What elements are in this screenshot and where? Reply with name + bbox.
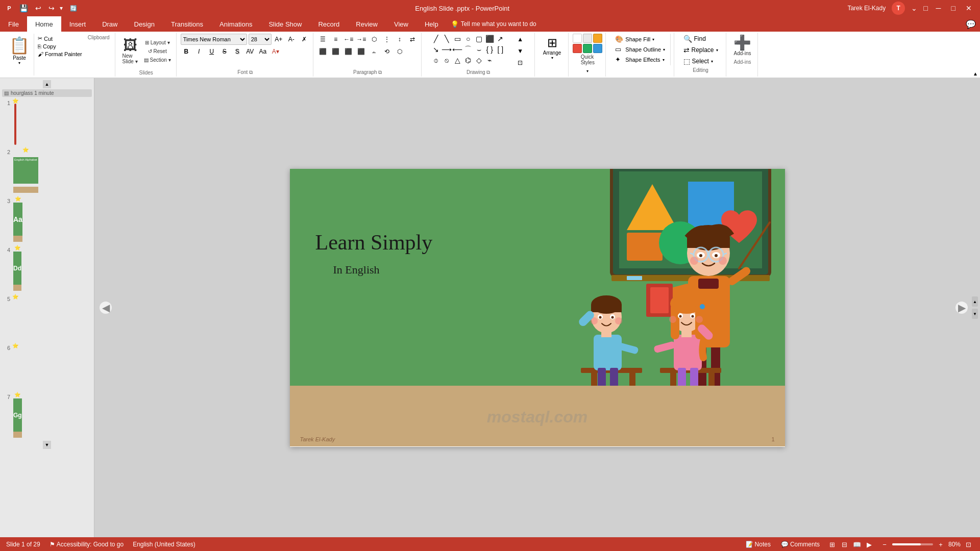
zoom-slider[interactable]: [892, 543, 933, 545]
slide-thumbnail-6[interactable]: [14, 348, 16, 390]
undo-button[interactable]: ↩: [33, 3, 43, 13]
minimize-button[interactable]: ─: [932, 3, 945, 13]
tab-help[interactable]: Help: [416, 16, 447, 32]
font-dialog-launcher[interactable]: ⧉: [249, 69, 253, 75]
paste-dropdown[interactable]: ▾: [18, 61, 20, 65]
font-size-select[interactable]: 28: [249, 34, 272, 45]
tab-design[interactable]: Design: [126, 16, 163, 32]
slide-subtitle[interactable]: In English: [333, 263, 380, 277]
decrease-indent[interactable]: ←≡: [343, 34, 354, 45]
reading-view-button[interactable]: 📖: [851, 539, 863, 550]
shadow-button[interactable]: S: [232, 46, 243, 57]
slide-panel-scroll-down[interactable]: ▼: [2, 441, 92, 449]
slideshow-button[interactable]: ▶: [864, 539, 875, 550]
shape-fill-button[interactable]: 🎨 Shape Fill ▾: [613, 35, 667, 44]
slide-canvas[interactable]: Learn Simply In English: [290, 169, 785, 447]
copy-button[interactable]: ⎘ Copy: [36, 43, 84, 50]
bold-button[interactable]: B: [181, 46, 192, 57]
add-column[interactable]: ⋮: [381, 34, 393, 45]
layout-button[interactable]: ⊞ Layout ▾: [142, 39, 173, 46]
qs-swatch-2[interactable]: [583, 34, 592, 43]
side-scroll-down[interactable]: ▼: [972, 309, 978, 319]
select-dropdown[interactable]: ▾: [711, 59, 713, 64]
tab-slideshow[interactable]: Slide Show: [260, 16, 310, 32]
replace-dropdown[interactable]: ▾: [716, 48, 718, 53]
new-slide-button[interactable]: 🖼 NewSlide ▾: [119, 36, 141, 66]
paragraph-dialog-launcher[interactable]: ⧉: [378, 69, 382, 75]
shape-effects-button[interactable]: ✦ Shape Effects ▾: [613, 55, 667, 64]
tab-insert[interactable]: Insert: [61, 16, 94, 32]
shape-outline-button[interactable]: ▭ Shape Outline ▾: [613, 45, 667, 54]
scroll-up-btn[interactable]: ▲: [43, 80, 51, 88]
collapse-ribbon-button[interactable]: ▲: [973, 71, 978, 77]
align-left[interactable]: ⬛: [317, 46, 329, 57]
tab-view[interactable]: View: [386, 16, 416, 32]
save-button[interactable]: 💾: [17, 3, 30, 13]
shape9[interactable]: ⌽: [431, 55, 441, 65]
rect-shape[interactable]: ▭: [452, 34, 462, 44]
normal-view-button[interactable]: ⊞: [827, 539, 838, 550]
shape14[interactable]: ⌁: [484, 55, 495, 65]
comments-button-status[interactable]: 💬 Comments: [778, 540, 823, 549]
drawing-dialog-launcher[interactable]: ⧉: [486, 69, 490, 75]
slide-title[interactable]: Learn Simply: [315, 230, 433, 255]
cut-button[interactable]: ✂ Cut: [36, 35, 84, 42]
qs-swatch-4[interactable]: [573, 44, 582, 53]
tab-file[interactable]: File: [0, 16, 27, 32]
slide-thumb-6[interactable]: 6 ⭐: [2, 343, 92, 390]
shape11[interactable]: △: [452, 55, 462, 65]
rounded-rect-shape[interactable]: ▢: [474, 34, 484, 44]
numbering-button[interactable]: ≡: [330, 34, 341, 45]
align-right[interactable]: ⬛: [343, 46, 354, 57]
line-shape[interactable]: ╱: [431, 34, 441, 44]
italic-button[interactable]: I: [193, 46, 205, 57]
slide-thumb-1[interactable]: 1 ⭐ Learn Simply In English: [2, 98, 92, 145]
arrange-dropdown[interactable]: ▾: [551, 56, 553, 60]
tab-review[interactable]: Review: [348, 16, 386, 32]
slide-thumb-2[interactable]: 2 ⭐ English Alphabet: [2, 147, 92, 194]
slide-thumb-7[interactable]: 7 ⭐ Gg: [2, 392, 92, 439]
shape8[interactable]: [ ]: [495, 44, 505, 55]
font-color-button[interactable]: A▾: [270, 46, 281, 57]
slide-thumbnail-5[interactable]: [14, 299, 16, 341]
arrange-button[interactable]: ⊞ Arrange ▾: [539, 34, 566, 62]
slide-thumb-4[interactable]: 4 ⭐ Dd: [2, 245, 92, 292]
tab-record[interactable]: Record: [310, 16, 348, 32]
qs-swatch-6[interactable]: [593, 44, 602, 53]
circle-shape[interactable]: ○: [463, 34, 473, 44]
shape-fill-dropdown[interactable]: ▾: [652, 37, 654, 42]
slide-thumbnail-1[interactable]: Learn Simply In English: [14, 104, 16, 145]
shape-outline-dropdown[interactable]: ▾: [663, 47, 665, 52]
slide-thumbnail-4[interactable]: Dd: [12, 251, 22, 292]
replace-button[interactable]: ⇄ Replace ▾: [680, 45, 721, 55]
shape5[interactable]: ⌒: [463, 44, 473, 55]
slide-thumbnail-2[interactable]: English Alphabet: [12, 153, 39, 194]
slide-sorter-button[interactable]: ⊟: [839, 539, 850, 550]
addins-button[interactable]: ➕ Add-ins: [730, 34, 754, 58]
shape6[interactable]: ⌣: [474, 44, 484, 55]
direction-button[interactable]: ⇄: [407, 34, 418, 45]
shape7[interactable]: { }: [484, 44, 495, 55]
notes-button[interactable]: 📝 Notes: [743, 540, 774, 549]
select-button[interactable]: ⬚ Select ▾: [680, 56, 721, 66]
share-button[interactable]: □: [923, 4, 927, 12]
font-name-select[interactable]: Times New Roman: [181, 34, 247, 45]
tab-home[interactable]: Home: [27, 16, 61, 32]
section-button[interactable]: ▤ Section ▾: [142, 56, 173, 64]
shapes-expand[interactable]: ⊡: [514, 57, 526, 68]
ribbon-collapse[interactable]: ▲: [973, 33, 978, 77]
shape12[interactable]: ⌬: [463, 55, 473, 65]
shape13[interactable]: ◇: [474, 55, 484, 65]
arrow-shape[interactable]: ↗: [495, 34, 505, 44]
change-case-button[interactable]: Aa: [257, 46, 268, 57]
shapes-scroll-down[interactable]: ▼: [514, 45, 526, 57]
clear-formatting[interactable]: ✗: [299, 34, 310, 45]
zoom-in-button[interactable]: +: [935, 539, 946, 550]
redo-button[interactable]: ↪: [46, 3, 57, 13]
tell-me-box[interactable]: 💡 Tell me what you want to do: [451, 16, 536, 32]
prev-slide-button[interactable]: ◀: [100, 302, 112, 314]
quick-styles-dropdown[interactable]: ▾: [582, 65, 593, 77]
arrow2-shape[interactable]: ↘: [431, 44, 441, 55]
increase-indent[interactable]: →≡: [356, 34, 367, 45]
find-button[interactable]: 🔍 Find: [680, 34, 721, 44]
